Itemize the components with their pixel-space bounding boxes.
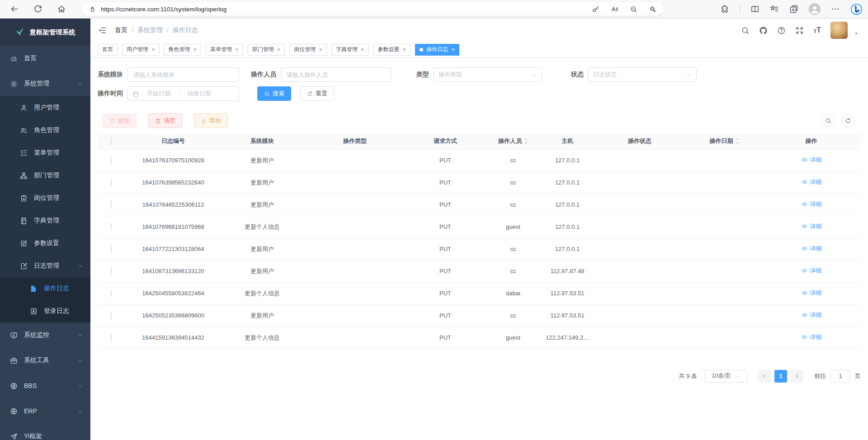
delete-button[interactable]: 删除 bbox=[103, 114, 137, 128]
close-icon[interactable]: × bbox=[451, 47, 455, 52]
detail-link[interactable]: 详细 bbox=[801, 156, 822, 164]
sort-icon[interactable] bbox=[735, 138, 740, 144]
sidebar-item-system-monitor[interactable]: 系统监控 bbox=[0, 322, 90, 348]
close-icon[interactable]: × bbox=[235, 47, 239, 52]
browser-profile-avatar[interactable] bbox=[809, 3, 821, 15]
tab-dict-management[interactable]: 字典管理× bbox=[331, 44, 369, 56]
detail-link[interactable]: 详细 bbox=[801, 267, 822, 275]
sidebar-item-bbs[interactable]: BBS bbox=[0, 373, 90, 398]
search-icon bbox=[264, 91, 270, 97]
sidebar-item-system-tools[interactable]: 系统工具 bbox=[0, 348, 90, 373]
row-checkbox[interactable] bbox=[111, 267, 112, 275]
operator-input[interactable] bbox=[281, 67, 391, 82]
detail-link[interactable]: 详细 bbox=[801, 311, 822, 319]
sort-icon[interactable] bbox=[524, 138, 528, 144]
row-checkbox[interactable] bbox=[111, 223, 112, 231]
row-checkbox[interactable] bbox=[111, 201, 112, 208]
tab-dept-management[interactable]: 部门管理× bbox=[248, 44, 285, 56]
browser-home-icon[interactable] bbox=[57, 5, 66, 14]
type-select[interactable]: 操作类型 bbox=[434, 67, 542, 82]
tab-user-management[interactable]: 用户管理× bbox=[122, 44, 160, 56]
github-icon[interactable] bbox=[759, 26, 768, 35]
tab-role-management[interactable]: 角色管理× bbox=[164, 44, 202, 56]
detail-link[interactable]: 详细 bbox=[801, 245, 822, 253]
eye-icon bbox=[801, 267, 808, 274]
help-icon[interactable] bbox=[777, 26, 786, 35]
row-checkbox[interactable] bbox=[111, 156, 112, 164]
password-key-icon[interactable] bbox=[592, 5, 599, 13]
sidebar-item-dict-management[interactable]: 字典管理 bbox=[0, 209, 90, 232]
tab-home[interactable]: 首页 bbox=[98, 44, 118, 56]
close-icon[interactable]: × bbox=[277, 47, 281, 52]
close-icon[interactable]: × bbox=[403, 47, 406, 52]
detail-link[interactable]: 详细 bbox=[801, 222, 822, 231]
sidebar-item-menu-management[interactable]: 菜单管理 bbox=[0, 142, 90, 164]
status-select[interactable]: 日志状态 bbox=[588, 67, 697, 82]
sidebar-item-user-management[interactable]: 用户管理 bbox=[0, 96, 90, 119]
close-icon[interactable]: × bbox=[193, 47, 197, 52]
table-refresh-button[interactable] bbox=[842, 114, 854, 127]
next-page-button[interactable] bbox=[791, 370, 803, 383]
export-button[interactable]: 导出 bbox=[194, 114, 228, 128]
user-avatar[interactable] bbox=[830, 22, 848, 39]
tab-post-management[interactable]: 岗位管理× bbox=[289, 44, 327, 56]
select-all-checkbox[interactable] bbox=[111, 137, 112, 145]
browser-back-icon[interactable] bbox=[10, 5, 19, 14]
detail-link[interactable]: 详细 bbox=[801, 178, 822, 186]
breadcrumb-home[interactable]: 首页 bbox=[115, 26, 127, 34]
bing-chat-icon[interactable] bbox=[850, 3, 863, 15]
favorites-icon[interactable] bbox=[770, 5, 779, 14]
sidebar-item-operation-log[interactable]: 操作日志 bbox=[0, 277, 90, 300]
read-aloud-icon[interactable] bbox=[611, 5, 618, 13]
avatar-caret-down-icon[interactable] bbox=[854, 31, 859, 36]
sidebar-item-login-log[interactable]: 登录日志 bbox=[0, 300, 90, 322]
zoom-out-icon[interactable] bbox=[630, 5, 637, 13]
sidebar-item-erp[interactable]: ERP bbox=[0, 398, 90, 424]
close-icon[interactable]: × bbox=[319, 47, 322, 52]
time-label: 操作时间 bbox=[98, 90, 124, 98]
detail-link[interactable]: 详细 bbox=[801, 200, 822, 208]
sidebar-item-log-management[interactable]: 日志管理 bbox=[0, 255, 90, 277]
close-icon[interactable]: × bbox=[361, 47, 364, 52]
tab-menu-management[interactable]: 菜单管理× bbox=[206, 44, 243, 56]
module-input[interactable] bbox=[127, 67, 239, 82]
sidebar-item-post-management[interactable]: 岗位管理 bbox=[0, 187, 90, 209]
page-number[interactable]: 1 bbox=[774, 370, 787, 383]
search-button[interactable]: 搜索 bbox=[257, 86, 291, 101]
search-icon[interactable] bbox=[741, 26, 750, 35]
browser-menu-icon[interactable] bbox=[831, 5, 840, 14]
tab-operation-log[interactable]: 操作日志× bbox=[415, 44, 459, 56]
browser-refresh-icon[interactable] bbox=[33, 5, 42, 14]
goto-page-input[interactable] bbox=[830, 370, 850, 383]
tab-param-settings[interactable]: 参数设置× bbox=[373, 44, 411, 56]
row-checkbox[interactable] bbox=[111, 179, 112, 186]
sidebar-item-role-management[interactable]: 角色管理 bbox=[0, 119, 90, 142]
row-checkbox[interactable] bbox=[111, 245, 112, 253]
favorite-add-icon[interactable] bbox=[649, 5, 656, 13]
row-checkbox[interactable] bbox=[111, 312, 112, 319]
clear-button[interactable]: 清空 bbox=[148, 114, 182, 128]
sidebar-fold-icon[interactable] bbox=[98, 26, 107, 35]
row-checkbox[interactable] bbox=[111, 289, 112, 297]
close-icon[interactable]: × bbox=[151, 47, 155, 52]
reset-button[interactable]: 重置 bbox=[300, 86, 334, 101]
edit-icon bbox=[20, 240, 28, 247]
date-range-input[interactable]: 开始日期 - 结束日期 bbox=[127, 86, 239, 101]
table-search-button[interactable] bbox=[822, 114, 835, 127]
font-size-icon[interactable]: TT bbox=[813, 27, 821, 34]
row-checkbox[interactable] bbox=[111, 334, 112, 341]
sidebar-item-system-management[interactable]: 系统管理 bbox=[0, 71, 90, 96]
page-size-select[interactable]: 10条/页 bbox=[704, 370, 747, 383]
detail-link[interactable]: 详细 bbox=[801, 333, 822, 341]
split-screen-icon[interactable] bbox=[750, 5, 760, 14]
browser-address-bar[interactable]: https://ccnetcore.com:1101/system/log/op… bbox=[81, 2, 664, 16]
detail-link[interactable]: 详细 bbox=[801, 289, 822, 297]
sidebar-item-dept-management[interactable]: 部门管理 bbox=[0, 164, 90, 187]
collections-icon[interactable] bbox=[789, 5, 798, 14]
sidebar-item-yi-framework[interactable]: Yi框架 bbox=[0, 424, 90, 440]
fullscreen-icon[interactable] bbox=[795, 26, 804, 35]
sidebar-item-home[interactable]: 首页 bbox=[0, 46, 90, 71]
prev-page-button[interactable] bbox=[758, 370, 771, 383]
extensions-icon[interactable] bbox=[720, 5, 729, 14]
sidebar-item-param-settings[interactable]: 参数设置 bbox=[0, 232, 90, 255]
